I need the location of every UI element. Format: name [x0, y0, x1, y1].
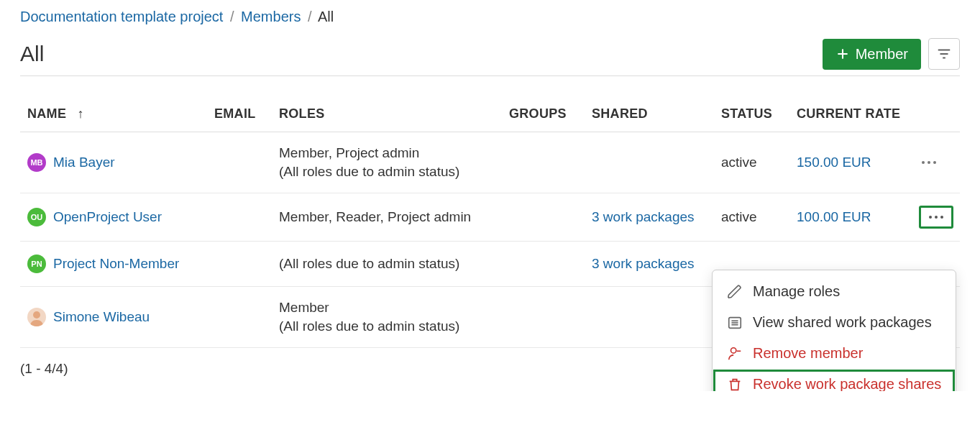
- pencil-icon: [727, 284, 743, 300]
- svg-point-16: [731, 347, 736, 352]
- member-name-link[interactable]: OpenProject User: [53, 209, 162, 225]
- column-header-email[interactable]: EMAIL: [207, 96, 272, 132]
- breadcrumb-members-link[interactable]: Members: [241, 9, 301, 24]
- breadcrumb-current: All: [318, 9, 334, 24]
- breadcrumb-separator: /: [230, 9, 234, 24]
- member-name-link[interactable]: Project Non-Member: [53, 256, 179, 272]
- shared-cell: [585, 132, 714, 193]
- page-title: All: [20, 42, 44, 66]
- filter-icon: [936, 46, 952, 62]
- svg-point-7: [933, 161, 936, 164]
- email-cell: [207, 287, 272, 348]
- person-remove-icon: [727, 346, 743, 362]
- filter-button[interactable]: [928, 38, 960, 70]
- roles-secondary: (All roles due to admin status): [279, 318, 495, 334]
- groups-cell: [502, 193, 585, 242]
- email-cell: [207, 242, 272, 287]
- header-divider: [20, 75, 960, 76]
- rate-link[interactable]: 100.00 EUR: [797, 209, 871, 224]
- avatar: MB: [27, 153, 46, 172]
- roles-cell: Member (All roles due to admin status): [272, 287, 502, 348]
- menu-item-remove-member[interactable]: Remove member: [713, 338, 956, 369]
- column-header-status[interactable]: STATUS: [714, 96, 789, 132]
- row-actions-menu: Manage roles View shared work packages R…: [712, 270, 956, 391]
- add-member-label: Member: [856, 46, 908, 63]
- menu-item-label: Manage roles: [753, 283, 840, 300]
- sort-ascending-icon: ↑: [78, 106, 84, 122]
- list-icon: [727, 315, 743, 331]
- avatar-person-icon: [27, 308, 46, 326]
- column-header-shared[interactable]: SHARED: [585, 96, 714, 132]
- member-name-link[interactable]: Simone Wibeau: [53, 309, 150, 325]
- roles-primary: Member: [279, 300, 495, 316]
- breadcrumb: Documentation template project / Members…: [20, 9, 960, 25]
- svg-point-6: [928, 161, 930, 164]
- menu-item-label: Revoke work package shares: [753, 376, 941, 391]
- menu-item-view-shared[interactable]: View shared work packages: [713, 307, 956, 338]
- trash-icon: [727, 377, 743, 392]
- shared-cell: [585, 287, 714, 348]
- breadcrumb-project-link[interactable]: Documentation template project: [20, 9, 223, 24]
- more-horizontal-icon: [927, 211, 945, 224]
- menu-item-manage-roles[interactable]: Manage roles: [713, 276, 956, 307]
- shared-link[interactable]: 3 work packages: [592, 209, 695, 224]
- menu-item-label: View shared work packages: [753, 314, 932, 331]
- column-header-name-label: NAME: [27, 106, 66, 121]
- roles-cell: Member, Project admin (All roles due to …: [272, 132, 502, 193]
- column-header-rate[interactable]: CURRENT RATE: [789, 96, 912, 132]
- groups-cell: [502, 132, 585, 193]
- status-cell: active: [714, 193, 789, 242]
- plus-icon: [835, 47, 850, 61]
- breadcrumb-separator: /: [308, 9, 312, 24]
- column-header-roles[interactable]: ROLES: [272, 96, 502, 132]
- svg-point-10: [940, 216, 943, 219]
- svg-point-5: [922, 161, 925, 164]
- add-member-button[interactable]: Member: [823, 39, 921, 70]
- roles-secondary: (All roles due to admin status): [279, 164, 495, 180]
- avatar: PN: [27, 255, 46, 273]
- roles-primary: Member, Project admin: [279, 145, 495, 161]
- more-horizontal-icon: [920, 156, 938, 169]
- row-actions-button[interactable]: [920, 206, 953, 228]
- roles-cell: Member, Reader, Project admin: [272, 193, 502, 242]
- table-row: OU OpenProject User Member, Reader, Proj…: [20, 193, 960, 242]
- groups-cell: [502, 287, 585, 348]
- svg-point-11: [33, 311, 40, 318]
- status-cell: active: [714, 132, 789, 193]
- roles-primary: (All roles due to admin status): [279, 256, 495, 272]
- menu-item-revoke-shares[interactable]: Revoke work package shares: [713, 369, 956, 391]
- roles-primary: Member, Reader, Project admin: [279, 209, 495, 225]
- column-header-name[interactable]: NAME ↑: [20, 96, 207, 132]
- email-cell: [207, 132, 272, 193]
- rate-link[interactable]: 150.00 EUR: [797, 155, 871, 170]
- roles-cell: (All roles due to admin status): [272, 242, 502, 287]
- row-actions-button[interactable]: [920, 156, 953, 169]
- shared-link[interactable]: 3 work packages: [592, 256, 695, 271]
- column-header-groups[interactable]: GROUPS: [502, 96, 585, 132]
- avatar: OU: [27, 208, 46, 226]
- email-cell: [207, 193, 272, 242]
- column-header-actions: [912, 96, 960, 132]
- groups-cell: [502, 242, 585, 287]
- member-name-link[interactable]: Mia Bayer: [53, 155, 115, 170]
- table-row: MB Mia Bayer Member, Project admin (All …: [20, 132, 960, 193]
- avatar: [27, 308, 46, 326]
- menu-item-label: Remove member: [753, 345, 863, 362]
- svg-point-8: [929, 216, 932, 219]
- svg-point-9: [935, 216, 938, 219]
